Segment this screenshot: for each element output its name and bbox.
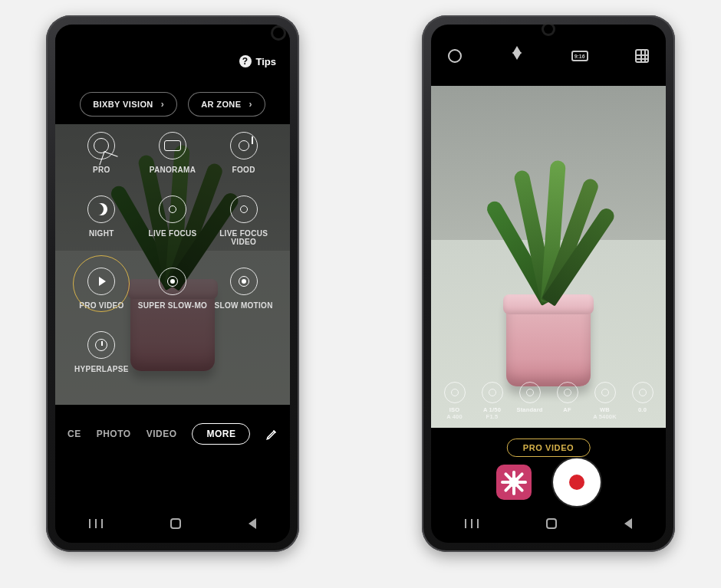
control-exposure[interactable]: 0.0 — [624, 382, 661, 420]
help-icon: ? — [239, 55, 252, 67]
phone-left: ? Tips BIXBY VISION › AR ZONE › PRO — [46, 15, 299, 552]
gallery-thumbnail[interactable] — [496, 465, 532, 500]
android-navbar — [431, 518, 666, 529]
control-shutter-speed[interactable]: A 1/50 F1.5 — [473, 382, 511, 420]
screen-right: 9:16 ISO A 400 A 1/50 F1. — [431, 25, 666, 543]
front-camera-icon — [273, 28, 284, 38]
mode-live-focus[interactable]: LIVE FOCUS — [137, 195, 209, 246]
nav-recents-icon[interactable] — [465, 519, 479, 528]
screen-left: ? Tips BIXBY VISION › AR ZONE › PRO — [55, 25, 290, 543]
slow-motion-icon — [230, 268, 258, 295]
panorama-icon — [159, 132, 186, 159]
mode-night[interactable]: NIGHT — [66, 195, 137, 246]
pro-controls-row: ISO A 400 A 1/50 F1.5 Standard AF — [436, 382, 661, 420]
phone-right: 9:16 ISO A 400 A 1/50 F1. — [422, 15, 675, 552]
dial-icon — [444, 382, 466, 403]
aperture-icon — [87, 132, 115, 159]
tips-label: Tips — [256, 56, 277, 67]
bixby-vision-label: BIXBY VISION — [93, 100, 153, 109]
dial-icon — [519, 382, 541, 403]
viewfinder[interactable] — [431, 86, 666, 428]
mode-pro[interactable]: PRO — [66, 132, 137, 174]
bixby-vision-chip[interactable]: BIXBY VISION › — [80, 92, 177, 117]
ar-zone-chip[interactable]: AR ZONE › — [188, 92, 265, 117]
tab-video[interactable]: VIDEO — [147, 429, 177, 439]
chevron-right-icon: › — [161, 99, 164, 110]
tab-ce[interactable]: CE — [67, 429, 81, 439]
control-focus[interactable]: AF — [548, 382, 586, 420]
edit-icon[interactable] — [265, 427, 279, 441]
grid-icon[interactable] — [634, 48, 650, 64]
person-video-icon — [230, 195, 258, 223]
mode-pro-video[interactable]: PRO VIDEO — [66, 268, 137, 310]
flash-icon[interactable] — [509, 48, 525, 64]
play-icon — [87, 268, 115, 295]
dial-icon — [594, 382, 616, 403]
tab-more[interactable]: MORE — [192, 423, 250, 445]
more-modes-grid: PRO PANORAMA FOOD NIGHT LIVE FOCUS — [66, 132, 279, 373]
camera-topbar: 9:16 — [431, 48, 666, 64]
nav-home-icon[interactable] — [546, 518, 557, 529]
mode-hyperlapse[interactable]: HYPERLAPSE — [66, 331, 137, 373]
tab-photo[interactable]: PHOTO — [97, 429, 131, 439]
current-mode-pill[interactable]: PRO VIDEO — [507, 439, 591, 457]
camera-tab-row: CE PHOTO VIDEO MORE — [55, 423, 290, 445]
aspect-ratio-icon[interactable]: 9:16 — [571, 48, 588, 64]
mode-panorama[interactable]: PANORAMA — [137, 132, 209, 174]
shutter-row — [431, 458, 666, 506]
ar-zone-label: AR ZONE — [201, 100, 241, 109]
dial-icon — [482, 382, 503, 403]
mode-slow-motion[interactable]: SLOW MOTION — [208, 268, 279, 310]
mode-super-slow-mo[interactable]: SUPER SLOW-MO — [137, 268, 209, 310]
nav-back-icon[interactable] — [624, 518, 632, 529]
record-button[interactable] — [553, 458, 601, 506]
control-iso[interactable]: ISO A 400 — [436, 382, 473, 420]
tips-button[interactable]: ? Tips — [239, 55, 277, 67]
nav-home-icon[interactable] — [170, 518, 181, 529]
person-icon — [159, 195, 186, 223]
record-icon — [569, 475, 584, 490]
control-white-balance[interactable]: WB A 5400K — [586, 382, 624, 420]
mode-food[interactable]: FOOD — [208, 132, 279, 174]
chevron-right-icon: › — [249, 99, 252, 110]
front-camera-icon — [544, 25, 553, 34]
dial-icon — [632, 382, 654, 403]
settings-icon[interactable] — [446, 48, 463, 64]
food-icon — [230, 132, 258, 159]
nav-back-icon[interactable] — [249, 518, 256, 529]
mode-live-focus-video[interactable]: LIVE FOCUS VIDEO — [208, 195, 279, 246]
control-color-tone[interactable]: Standard — [511, 382, 548, 420]
dial-icon — [557, 382, 578, 403]
super-slow-icon — [159, 268, 186, 295]
clock-icon — [87, 331, 115, 359]
android-navbar — [55, 518, 290, 529]
nav-recents-icon[interactable] — [89, 519, 103, 528]
moon-icon — [87, 195, 115, 223]
